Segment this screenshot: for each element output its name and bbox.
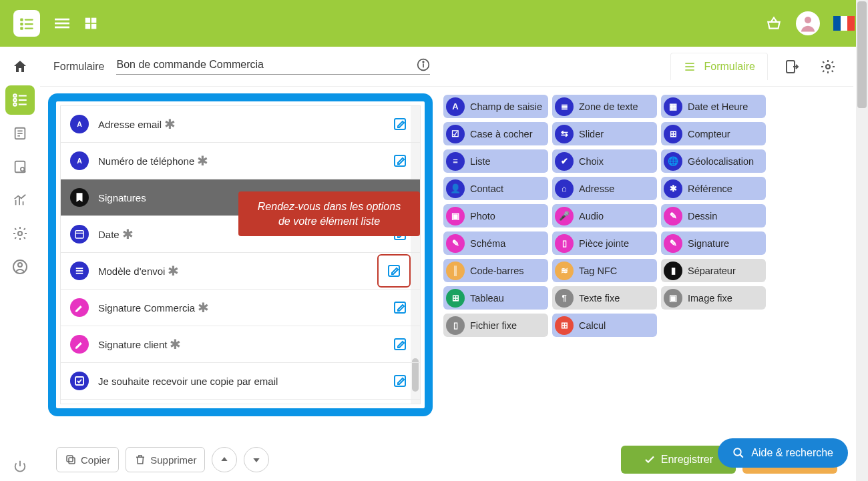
svg-point-32: [18, 263, 22, 267]
form-field-6[interactable]: Signature client✱: [61, 326, 420, 363]
form-title: Bon de commande Commercia: [116, 59, 264, 71]
field-label: Signature client: [98, 339, 167, 350]
basket-icon[interactable]: [765, 15, 783, 32]
nav-forms[interactable]: [5, 85, 35, 115]
edit-field-button[interactable]: [389, 150, 411, 171]
widget-icon: ⇆: [555, 125, 574, 143]
widget-icon: ▣: [664, 289, 682, 308]
settings-icon[interactable]: [816, 55, 840, 79]
field-type-icon: A: [70, 115, 89, 133]
app-logo[interactable]: [13, 10, 40, 37]
widget-icon: ¶: [555, 289, 574, 308]
edit-field-button[interactable]: [389, 113, 411, 135]
widget-label: Dessin: [688, 211, 717, 221]
edit-field-button[interactable]: [389, 334, 411, 355]
widget-s-parateur[interactable]: ▮Séparateur: [661, 259, 766, 282]
locale-flag-fr[interactable]: [833, 16, 855, 31]
widget-label: Zone de texte: [579, 101, 638, 112]
svg-line-60: [740, 454, 744, 458]
required-indicator: ✱: [164, 116, 176, 132]
help-button[interactable]: Aide & recherche: [718, 438, 848, 468]
widget-label: Tableau: [470, 293, 504, 304]
widget-image-fixe[interactable]: ▣Image fixe: [661, 286, 766, 310]
widget-compteur[interactable]: ⊞Compteur: [661, 122, 766, 145]
widget-g-olocalisation[interactable]: 🌐Géolocalisation: [661, 149, 766, 173]
move-up-button[interactable]: [212, 447, 237, 472]
form-field-1[interactable]: A Numéro de téléphone✱: [61, 143, 420, 179]
copy-button[interactable]: Copier: [56, 447, 119, 472]
page-scrollbar[interactable]: [856, 0, 868, 481]
widget-photo[interactable]: ▣Photo: [443, 204, 548, 227]
nav-power[interactable]: [5, 452, 35, 481]
edit-field-button[interactable]: [389, 370, 411, 392]
widget-choix[interactable]: ✔Choix: [552, 149, 657, 173]
svg-point-59: [734, 448, 742, 456]
widget-icon: ≋: [555, 262, 574, 280]
form-title-input[interactable]: Bon de commande Commercia: [116, 58, 430, 75]
svg-point-14: [13, 94, 16, 97]
nav-user[interactable]: [5, 252, 35, 282]
widget-texte-fixe[interactable]: ¶Texte fixe: [552, 286, 657, 310]
svg-rect-6: [55, 19, 69, 21]
field-label: Signatures: [98, 192, 146, 203]
avatar[interactable]: [796, 11, 820, 35]
widget-date-et-heure[interactable]: ▦Date et Heure: [661, 95, 766, 118]
nav-home[interactable]: [5, 52, 35, 81]
form-field-5[interactable]: Signature Commercia✱: [61, 290, 420, 326]
grid-icon[interactable]: [84, 17, 97, 30]
widget-label: Séparateur: [688, 266, 736, 276]
edit-field-button[interactable]: [389, 297, 411, 318]
tab-label: Formulaire: [704, 61, 755, 73]
field-type-icon: [70, 262, 89, 280]
widget-code-barres[interactable]: ║Code-barres: [443, 259, 548, 282]
widget-calcul[interactable]: ⊞Calcul: [552, 314, 657, 337]
form-field-4[interactable]: Modèle d'envoi✱: [61, 253, 420, 290]
widget-dessin[interactable]: ✎Dessin: [661, 204, 766, 227]
widget-icon: 🌐: [664, 152, 682, 171]
widget-icon: A: [446, 97, 465, 116]
widget-fichier-fixe[interactable]: ▯Fichier fixe: [443, 314, 548, 337]
widget-slider[interactable]: ⇆Slider: [552, 122, 657, 145]
svg-rect-9: [85, 18, 91, 23]
widget-icon: ✎: [664, 234, 682, 253]
widget-label: Fichier fixe: [470, 320, 517, 331]
widget-adresse[interactable]: ⌂Adresse: [552, 177, 657, 200]
widget-case-cocher[interactable]: ☑Case à cocher: [443, 122, 548, 145]
widget-label: Champ de saisie: [470, 101, 542, 112]
widget-sch-ma[interactable]: ✎Schéma: [443, 231, 548, 255]
nav-analytics[interactable]: [5, 185, 35, 215]
svg-rect-2: [20, 23, 23, 25]
nav-reports[interactable]: [5, 152, 35, 181]
form-field-0[interactable]: A Adresse email✱: [61, 106, 420, 143]
edit-field-button[interactable]: [377, 254, 411, 288]
field-type-icon: [70, 298, 89, 317]
widget-zone-de-texte[interactable]: ≣Zone de texte: [552, 95, 657, 118]
info-icon[interactable]: [417, 58, 430, 71]
nav-data[interactable]: [5, 119, 35, 148]
move-down-button[interactable]: [244, 447, 269, 472]
widget-liste[interactable]: ≡Liste: [443, 149, 548, 173]
nav-settings[interactable]: [5, 219, 35, 248]
widget-signature[interactable]: ✎Signature: [661, 231, 766, 255]
hamburger-icon[interactable]: [55, 16, 69, 31]
tab-formulaire[interactable]: Formulaire: [670, 53, 768, 80]
widget-audio[interactable]: 🎤Audio: [552, 204, 657, 227]
widget-tag-nfc[interactable]: ≋Tag NFC: [552, 259, 657, 282]
delete-button[interactable]: Supprimer: [126, 447, 205, 472]
form-field-7[interactable]: Je souhaite recevoir une copie par email: [61, 363, 420, 400]
widget-icon: ▯: [555, 234, 574, 253]
widget-tableau[interactable]: ⊞Tableau: [443, 286, 548, 310]
widget-contact[interactable]: 👤Contact: [443, 177, 548, 200]
field-label: Modèle d'envoi: [98, 266, 165, 277]
field-label: Adresse email: [98, 119, 162, 130]
widget-label: Texte fixe: [579, 293, 620, 304]
widget-champ-de-saisie[interactable]: AChamp de saisie: [443, 95, 548, 118]
widget-pi-ce-jointe[interactable]: ▯Pièce jointe: [552, 231, 657, 255]
widget-label: Contact: [470, 183, 503, 194]
field-type-icon: A: [70, 151, 89, 170]
field-label: Je souhaite recevoir une copie par email: [98, 376, 278, 387]
widget-palette: AChamp de saisie≣Zone de texte▦Date et H…: [441, 93, 845, 438]
widget-r-f-rence[interactable]: ✱Référence: [661, 177, 766, 200]
export-icon[interactable]: [780, 55, 804, 79]
widget-icon: ✎: [664, 207, 682, 225]
